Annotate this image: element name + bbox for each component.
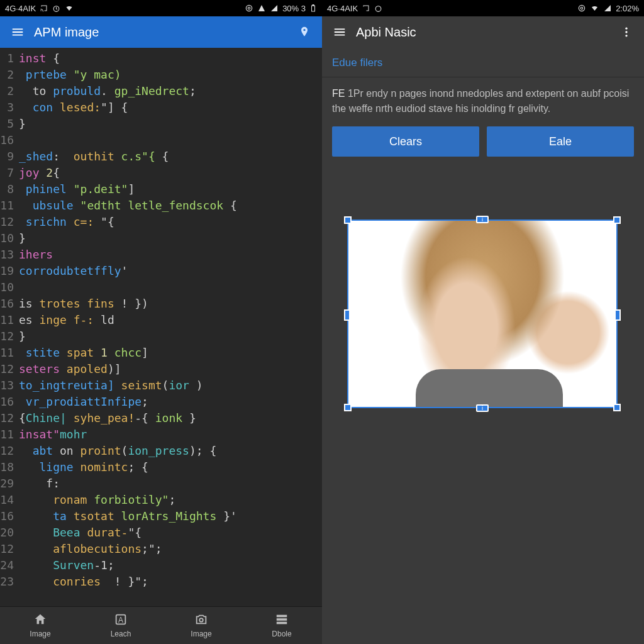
code-line[interactable]: 20 Beea durat-"{: [0, 525, 322, 541]
code-line[interactable]: 16is trotes fins ! }): [0, 296, 322, 312]
nav-item-leach[interactable]: ALeach: [80, 607, 161, 644]
crop-handle-tl[interactable]: [344, 216, 352, 224]
apply-button[interactable]: Eale: [487, 126, 634, 157]
code-content[interactable]: f:: [19, 475, 322, 492]
overflow-menu-button[interactable]: [616, 26, 636, 38]
code-line[interactable]: 13to_ingtreutia] seismt(ior ): [0, 377, 322, 394]
svg-rect-4: [313, 5, 314, 6]
code-content[interactable]: [19, 279, 322, 296]
line-number: 7: [0, 165, 19, 181]
nav-item-image[interactable]: Image: [0, 607, 80, 644]
code-content[interactable]: joy 2{: [19, 165, 322, 181]
crop-handle-tr[interactable]: [613, 216, 621, 224]
target-icon: [245, 4, 253, 13]
nav-item-image[interactable]: Image: [161, 607, 242, 644]
code-line[interactable]: 2 prtebe "y mac): [0, 67, 322, 83]
code-line[interactable]: 18 ligne nomintc; {: [0, 459, 322, 475]
code-line[interactable]: 11 stite spat 1 chcc]: [0, 345, 322, 361]
map-pin-icon[interactable]: [294, 26, 314, 38]
code-content[interactable]: [19, 132, 322, 148]
line-number: 13: [0, 377, 19, 394]
code-line[interactable]: 24 Surven-1;: [0, 557, 322, 574]
code-content[interactable]: stite spat 1 chcc]: [19, 345, 322, 361]
wifi-icon: [64, 4, 74, 12]
code-line[interactable]: 9_shed: outhit c.s"{ {: [0, 148, 322, 165]
svg-rect-3: [312, 6, 315, 11]
code-line[interactable]: 11insat"mohr: [0, 426, 322, 443]
code-content[interactable]: inst {: [19, 50, 322, 67]
code-content[interactable]: }: [19, 328, 322, 345]
code-content[interactable]: insat"mohr: [19, 426, 322, 443]
code-line[interactable]: 5}: [0, 116, 322, 132]
code-line[interactable]: 16: [0, 132, 322, 148]
code-line[interactable]: 12 aflobecutions;";: [0, 541, 322, 557]
code-content[interactable]: {Chine| syhe_pea!-{ ionk }: [19, 410, 322, 426]
code-content[interactable]: con lesed:"] {: [19, 99, 322, 116]
crop-frame[interactable]: i i: [347, 219, 618, 408]
code-line[interactable]: 11 ubsule "edtht letle_fendscok {: [0, 197, 322, 214]
code-line[interactable]: 29 f:: [0, 475, 322, 492]
code-content[interactable]: to_ingtreutia] seismt(ior ): [19, 377, 322, 394]
nav-item-dbole[interactable]: Dbole: [242, 607, 322, 644]
code-content[interactable]: srichn c=: "{: [19, 214, 322, 230]
code-line[interactable]: 14 ronam forbiotily";: [0, 492, 322, 508]
clear-button[interactable]: Clears: [332, 126, 479, 157]
code-line[interactable]: 8 phinel "p.deit"]: [0, 181, 322, 197]
code-content[interactable]: conries ! }";: [19, 574, 322, 590]
screen-code-editor: 4G·4AIK 30% 3 APM image 1inst {2 pr: [0, 0, 322, 644]
code-line[interactable]: 10}: [0, 230, 322, 247]
code-line[interactable]: 12 abt on proint(ion_press); {: [0, 443, 322, 459]
code-content[interactable]: Beea durat-"{: [19, 525, 322, 541]
code-content[interactable]: abt on proint(ion_press); {: [19, 443, 322, 459]
code-line[interactable]: 12{Chine| syhe_pea!-{ ionk }: [0, 410, 322, 426]
app-title: Apbi Nasic: [356, 25, 616, 40]
crop-handle-bl[interactable]: [344, 404, 352, 411]
code-content[interactable]: ligne nomintc; {: [19, 459, 322, 475]
hamburger-menu-button[interactable]: [8, 25, 28, 39]
code-line[interactable]: 1inst {: [0, 50, 322, 67]
code-line[interactable]: 12}: [0, 328, 322, 345]
code-content[interactable]: prtebe "y mac): [19, 67, 322, 83]
line-number: 20: [0, 525, 19, 541]
svg-rect-8: [277, 615, 287, 618]
code-line[interactable]: 11es inge f-: ld: [0, 312, 322, 328]
crop-handle-mr[interactable]: [614, 309, 621, 321]
code-content[interactable]: }: [19, 116, 322, 132]
code-content[interactable]: vr_prodiattInfipe;: [19, 394, 322, 410]
code-content[interactable]: is trotes fins ! }): [19, 296, 322, 312]
code-line[interactable]: 23 conries ! }";: [0, 574, 322, 590]
line-number: 12: [0, 214, 19, 230]
code-content[interactable]: seters apoled)]: [19, 361, 322, 377]
code-line[interactable]: 12 srichn c=: "{: [0, 214, 322, 230]
code-line[interactable]: 16 ta tsotat lorAtrs_Mights }': [0, 508, 322, 525]
hamburger-menu-button[interactable]: [330, 25, 350, 39]
crop-handle-mb[interactable]: i: [476, 404, 489, 412]
code-line[interactable]: 3 con lesed:"] {: [0, 99, 322, 116]
code-content[interactable]: ta tsotat lorAtrs_Mights }': [19, 508, 322, 525]
code-line[interactable]: 16 vr_prodiattInfipe;: [0, 394, 322, 410]
code-line[interactable]: 13ihers: [0, 247, 322, 263]
line-number: 16: [0, 296, 19, 312]
code-content[interactable]: Surven-1;: [19, 557, 322, 574]
code-line[interactable]: 2 to probuld. gp_iNedrect;: [0, 83, 322, 99]
code-content[interactable]: aflobecutions;";: [19, 541, 322, 557]
svg-point-11: [375, 6, 381, 11]
code-content[interactable]: to probuld. gp_iNedrect;: [19, 83, 322, 99]
code-line[interactable]: 12seters apoled)]: [0, 361, 322, 377]
code-editor[interactable]: 1inst {2 prtebe "y mac)2 to probuld. gp_…: [0, 48, 322, 606]
code-content[interactable]: corrodubtetffly': [19, 263, 322, 279]
code-content[interactable]: ihers: [19, 247, 322, 263]
crop-handle-mt[interactable]: i: [476, 216, 489, 223]
code-content[interactable]: _shed: outhit c.s"{ {: [19, 148, 322, 165]
code-content[interactable]: ronam forbiotily";: [19, 492, 322, 508]
code-content[interactable]: phinel "p.deit"]: [19, 181, 322, 197]
status-bar: 4G·4AIK 30% 3: [0, 0, 322, 16]
code-line[interactable]: 10: [0, 279, 322, 296]
code-line[interactable]: 7joy 2{: [0, 165, 322, 181]
code-content[interactable]: }: [19, 230, 322, 247]
code-line[interactable]: 19corrodubtetffly': [0, 263, 322, 279]
crop-handle-ml[interactable]: [344, 309, 350, 321]
crop-handle-br[interactable]: [613, 404, 621, 411]
code-content[interactable]: ubsule "edtht letle_fendscok {: [19, 197, 322, 214]
code-content[interactable]: es inge f-: ld: [19, 312, 322, 328]
